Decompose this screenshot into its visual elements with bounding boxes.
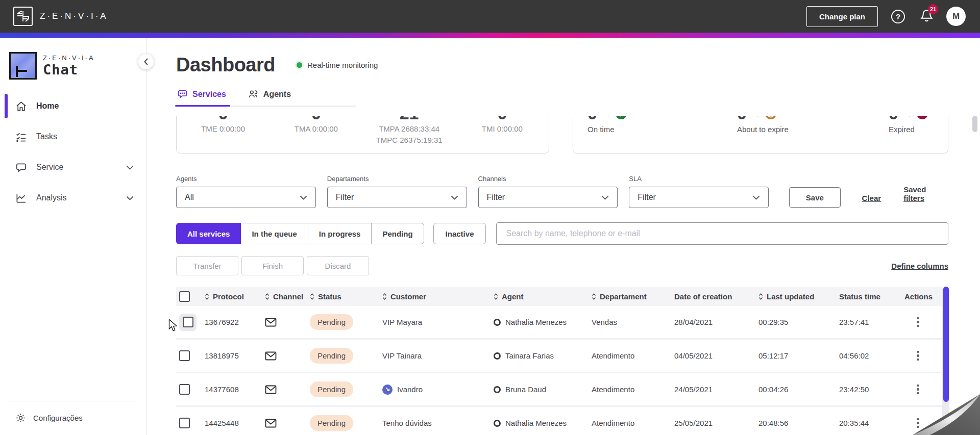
sidebar-item-settings[interactable]: Configurações [14, 408, 138, 427]
sort-icon [758, 293, 763, 300]
sidebar-item-home[interactable]: Home [0, 93, 146, 119]
status-time-cell: 20:35:44 [839, 419, 904, 427]
sla-filter-select[interactable]: Filter [629, 187, 769, 208]
departaments-filter-select[interactable]: Filter [327, 187, 467, 208]
bubble-check-icon [604, 116, 628, 122]
sidebar-item-service[interactable]: Service [0, 154, 146, 181]
tab-agents-label: Agents [263, 90, 291, 99]
user-avatar[interactable]: M [946, 7, 966, 26]
row-actions-menu[interactable] [912, 314, 924, 330]
column-header-customer[interactable]: Customer [382, 292, 494, 301]
status-time-cell: 23:57:41 [839, 318, 904, 326]
state-in-the-queue[interactable]: In the queue [241, 223, 308, 244]
departament-cell: Atendimento [592, 385, 674, 394]
saved-filters-link[interactable]: Saved filters [903, 185, 948, 202]
created-cell: 24/05/2021 [674, 385, 758, 394]
stat-value: 0 [889, 116, 898, 123]
stat-value: 21 [400, 116, 419, 123]
column-header-status-time[interactable]: Status time [839, 292, 904, 301]
state-in-progress[interactable]: In progress [308, 223, 372, 244]
email-channel-icon [265, 351, 277, 361]
agent-status-icon [494, 352, 501, 360]
filter-label-departaments: Departaments [327, 175, 467, 183]
channels-filter-select[interactable]: Filter [478, 187, 618, 208]
notifications-bell[interactable]: 21 [920, 9, 933, 24]
help-icon[interactable]: ? [891, 10, 905, 23]
tab-agents[interactable]: Agents [247, 87, 292, 106]
select-all-checkbox[interactable] [179, 291, 190, 302]
define-columns-link[interactable]: Define columns [891, 262, 948, 270]
save-filter-button[interactable]: Save [789, 187, 840, 208]
sort-icon [382, 293, 387, 300]
search-input[interactable] [496, 222, 948, 245]
state-pending[interactable]: Pending [372, 223, 424, 244]
row-checkbox[interactable] [179, 350, 190, 361]
stat-label: TMA 0:00:00 [295, 124, 338, 134]
status-badge: Pending [310, 348, 353, 364]
protocol-cell: 14425448 [205, 419, 265, 427]
sidebar-item-label: Home [36, 101, 59, 111]
email-channel-icon [265, 318, 277, 327]
tab-services-label: Services [192, 90, 226, 99]
sort-icon [205, 293, 209, 300]
stat-value: 0 [218, 116, 228, 123]
service-state-group: All services In the queue In progress Pe… [176, 223, 424, 244]
row-checkbox[interactable] [179, 384, 190, 395]
column-header-last-updated[interactable]: Last updated [758, 292, 839, 301]
row-checkbox[interactable] [183, 317, 193, 327]
sidebar-item-analysis[interactable]: Analysis [0, 185, 146, 211]
transfer-button[interactable]: Transfer [176, 256, 238, 275]
row-actions-menu[interactable] [912, 348, 924, 364]
table-scrollbar-thumb[interactable] [943, 287, 949, 402]
stat-on-time: 0 On time [573, 116, 723, 153]
created-cell: 28/04/2021 [674, 318, 758, 326]
column-header-status[interactable]: Status [310, 292, 382, 301]
state-inactive[interactable]: Inactive [433, 223, 486, 244]
stat-label: TME 0:00:00 [201, 124, 245, 134]
column-header-channel[interactable]: Channel [265, 292, 310, 301]
change-plan-button[interactable]: Change plan [806, 6, 878, 27]
filter-label-channels: Channels [478, 175, 618, 183]
column-header-departament[interactable]: Departament [592, 292, 674, 301]
column-header-date-of-creation[interactable]: Date of creation [674, 292, 758, 301]
customer-cell: VIP Mayara [382, 318, 494, 326]
line-chart-icon [15, 192, 27, 204]
sidebar-collapse-button[interactable] [138, 54, 154, 69]
chevron-down-icon [451, 195, 458, 200]
main-content: Dashboard Real-time monitoring Services … [146, 38, 980, 435]
email-channel-icon [265, 419, 277, 428]
stat-value: 0 [311, 116, 321, 123]
clear-filters-link[interactable]: Clear [862, 194, 881, 202]
page-scrollbar-thumb[interactable] [972, 116, 977, 132]
page-curl[interactable] [903, 388, 980, 435]
state-all-services[interactable]: All services [176, 223, 241, 244]
filter-label-sla: SLA [629, 175, 769, 183]
sort-icon [494, 293, 498, 300]
row-checkbox[interactable] [179, 418, 190, 428]
stat-value: 0 [587, 116, 597, 123]
settings-label: Configurações [33, 414, 83, 422]
brand-text: Z·E·N·V·I·A [40, 11, 108, 21]
zenvia-brand: Z·E·N·V·I·A [13, 7, 108, 26]
column-header-protocol[interactable]: Protocol [205, 292, 265, 301]
finish-button[interactable]: Finish [241, 256, 304, 275]
discard-button[interactable]: Discard [307, 256, 369, 275]
column-header-agent[interactable]: Agent [494, 292, 592, 301]
transferred-service-icon [382, 385, 393, 395]
filter-label-agents: Agents [176, 175, 316, 183]
tasks-icon [15, 131, 27, 143]
chevron-down-icon [126, 165, 134, 170]
sort-icon [310, 293, 314, 300]
sort-icon [592, 293, 596, 300]
agent-status-icon [494, 420, 501, 427]
bulk-actions-row: Transfer Finish Discard Define columns [176, 256, 948, 275]
bubble-x-icon [905, 116, 929, 122]
sidebar-item-tasks[interactable]: Tasks [0, 123, 146, 150]
sort-icon [265, 293, 270, 300]
updated-cell: 00:04:26 [758, 385, 839, 394]
channels-filter-value: Filter [487, 193, 505, 202]
status-badge: Pending [310, 381, 353, 397]
agents-filter-select[interactable]: All [176, 187, 316, 208]
customer-cell: Ivandro [397, 385, 423, 394]
tab-services[interactable]: Services [176, 87, 227, 106]
